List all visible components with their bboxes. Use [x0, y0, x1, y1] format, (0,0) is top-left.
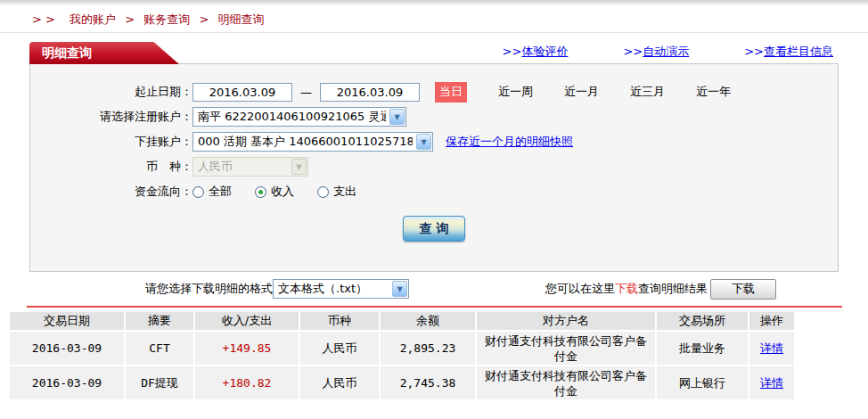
table-row: 2016-03-09 DF提现 +180.82 人民币 2,745.38 财付通… — [10, 366, 794, 399]
download-row: 请您选择下载明细的格式 文本格式（.txt） ▼ 您可以在这里下载查询明细结果 … — [29, 278, 839, 300]
link-experience-review[interactable]: >>体验评价 — [503, 44, 569, 60]
cell-summary: DF提现 — [126, 366, 193, 399]
radio-icon[interactable] — [255, 186, 266, 198]
col-header-amount: 收入/支出 — [195, 312, 299, 330]
date-range-row: 起止日期： — 当日 近一周近一月近三月近一年 — [30, 79, 838, 104]
col-header-date: 交易日期 — [10, 312, 124, 330]
date-range-label: 起止日期： — [30, 84, 192, 100]
quick-range-item[interactable]: 近三月 — [630, 84, 665, 100]
download-button[interactable]: 下载 — [710, 279, 776, 300]
quick-range-item[interactable]: 近一年 — [696, 84, 731, 100]
dropdown-arrow-icon: ▼ — [389, 109, 405, 125]
currency-label: 币 种： — [30, 159, 192, 175]
radio-icon[interactable] — [317, 186, 329, 198]
cell-balance: 2,745.38 — [381, 366, 475, 399]
query-button-row: 查 询 — [30, 216, 838, 242]
download-format-label: 请您选择下载明细的格式 — [145, 281, 273, 297]
fund-flow-radio[interactable]: 支出 — [317, 184, 356, 200]
col-header-action: 操作 — [749, 312, 794, 330]
date-to-input[interactable] — [320, 83, 420, 102]
cell-amount: +180.82 — [195, 366, 299, 399]
download-hint-highlight[interactable]: 下载 — [615, 282, 638, 295]
fund-flow-radio[interactable]: 全部 — [192, 184, 232, 200]
radio-icon[interactable] — [192, 186, 204, 198]
col-header-balance: 余额 — [381, 312, 475, 330]
sub-account-label: 下挂账户： — [30, 134, 192, 150]
link-auto-demo[interactable]: >>自动演示 — [623, 44, 689, 60]
save-monthly-snapshot-link[interactable]: 保存近一个月的明细快照 — [446, 134, 573, 150]
cell-summary: CFT — [126, 332, 193, 365]
cell-date: 2016-03-09 — [10, 332, 124, 365]
table-row: 2016-03-09 CFT +149.85 人民币 2,895.23 财付通支… — [10, 332, 794, 365]
currency-select-disabled: 人民币 ▼ — [192, 157, 308, 177]
cell-action: 详情 — [749, 332, 794, 365]
breadcrumb-item-my-account[interactable]: 我的账户 — [70, 12, 116, 26]
cell-date: 2016-03-09 — [10, 366, 124, 399]
col-header-summary: 摘要 — [126, 312, 193, 330]
register-account-label: 请选择注册账户： — [30, 109, 192, 125]
breadcrumb-item-account-query[interactable]: 账务查询 — [143, 12, 190, 26]
date-from-input[interactable] — [192, 83, 292, 102]
quick-range-item[interactable]: 近一月 — [564, 84, 599, 100]
quick-range-item[interactable]: 近一周 — [498, 84, 533, 100]
quick-range-today[interactable]: 当日 — [435, 82, 467, 103]
breadcrumb-item-detail-query[interactable]: 明细查询 — [217, 12, 264, 26]
col-header-currency: 币种 — [300, 312, 379, 330]
query-button[interactable]: 查 询 — [403, 216, 465, 242]
red-divider — [27, 306, 842, 308]
col-header-counterparty: 对方户名 — [477, 312, 655, 330]
cell-counterparty: 财付通支付科技有限公司客户备付金 — [477, 332, 655, 365]
cell-balance: 2,895.23 — [381, 332, 475, 365]
table-header-row: 交易日期 摘要 收入/支出 币种 余额 对方户名 交易场所 操作 — [10, 312, 794, 330]
dropdown-arrow-icon: ▼ — [392, 281, 407, 297]
register-account-select[interactable]: 南平 6222001406100921065 灵通卡 ▼ — [192, 107, 406, 127]
section-header: 明细查询 >>体验评价 >>自动演示 >>查看栏目信息 — [29, 41, 839, 63]
cell-currency: 人民币 — [300, 366, 379, 399]
cell-currency: 人民币 — [300, 332, 379, 365]
detail-link[interactable]: 详情 — [760, 341, 783, 355]
fund-flow-row: 资金流向： 全部收入支出 — [30, 179, 838, 204]
cell-counterparty: 财付通支付科技有限公司客户备付金 — [477, 366, 655, 399]
date-dash: — — [300, 86, 312, 99]
download-hint: 您可以在这里下载查询明细结果 — [545, 281, 708, 297]
dropdown-arrow-icon: ▼ — [291, 159, 307, 175]
quick-ranges: 近一周近一月近三月近一年 — [467, 84, 731, 100]
fund-flow-label: 资金流向： — [30, 184, 192, 200]
cell-amount: +149.85 — [195, 332, 299, 365]
breadcrumb: > > 我的账户 > 账务查询 > 明细查询 — [0, 6, 868, 33]
tab-detail-query[interactable]: 明细查询 — [29, 42, 179, 64]
detail-link[interactable]: 详情 — [760, 376, 783, 390]
register-account-row: 请选择注册账户： 南平 6222001406100921065 灵通卡 ▼ — [30, 104, 838, 129]
query-form-panel: 起止日期： — 当日 近一周近一月近三月近一年 请选择注册账户： 南平 6222… — [29, 63, 839, 272]
breadcrumb-prefix: > > — [32, 12, 55, 26]
download-format-select[interactable]: 文本格式（.txt） ▼ — [273, 279, 409, 299]
dropdown-arrow-icon: ▼ — [416, 134, 431, 150]
fund-flow-options: 全部收入支出 — [192, 184, 380, 200]
cell-channel: 批量业务 — [657, 332, 748, 365]
cell-channel: 网上银行 — [657, 366, 748, 399]
transaction-table: 交易日期 摘要 收入/支出 币种 余额 对方户名 交易场所 操作 2016-03… — [8, 310, 796, 401]
page-top-gradient — [0, 0, 868, 6]
sub-account-select[interactable]: 000 活期 基本户 1406600101102571848 ▼ — [192, 132, 433, 152]
fund-flow-radio[interactable]: 收入 — [255, 184, 294, 200]
link-view-column-info[interactable]: >>查看栏目信息 — [744, 44, 833, 60]
col-header-channel: 交易场所 — [657, 312, 748, 330]
currency-row: 币 种： 人民币 ▼ — [30, 154, 838, 179]
sub-account-row: 下挂账户： 000 活期 基本户 1406600101102571848 ▼ 保… — [30, 129, 838, 154]
top-links: >>体验评价 >>自动演示 >>查看栏目信息 — [503, 44, 839, 63]
cell-action: 详情 — [749, 366, 794, 399]
